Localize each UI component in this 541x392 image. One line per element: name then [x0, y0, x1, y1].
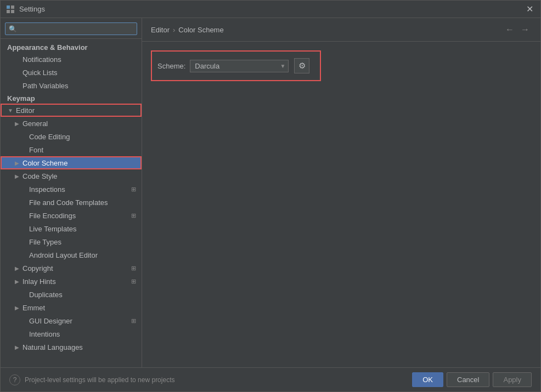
- sidebar: 🔍 Appearance & Behavior Notifications Qu…: [1, 18, 142, 367]
- breadcrumb: Editor › Color Scheme: [151, 26, 224, 34]
- scheme-label: Scheme:: [157, 62, 185, 70]
- expand-arrow-copyright: ▶: [14, 265, 20, 271]
- sidebar-item-color-scheme[interactable]: ▶ Color Scheme: [1, 156, 142, 169]
- close-button[interactable]: ✕: [524, 4, 535, 15]
- sidebar-item-file-encodings[interactable]: File Encodings ⊞: [1, 209, 142, 222]
- sidebar-item-inspections[interactable]: Inspections ⊞: [1, 183, 142, 196]
- expand-arrow-emmet: ▶: [14, 304, 20, 311]
- title-bar: Settings ✕: [1, 1, 540, 18]
- cancel-button[interactable]: Cancel: [447, 372, 489, 387]
- sidebar-item-gui-designer[interactable]: GUI Designer ⊞: [1, 314, 142, 327]
- nav-arrows: ← →: [503, 24, 532, 36]
- dialog-title: Settings: [19, 5, 45, 13]
- scheme-dropdown-wrap: Darcula Default High contrast ▼: [190, 60, 289, 72]
- sidebar-item-copyright[interactable]: ▶ Copyright ⊞: [1, 262, 142, 275]
- panel-header: Editor › Color Scheme ← →: [142, 18, 540, 42]
- search-input[interactable]: [19, 25, 133, 33]
- app-icon: [6, 5, 15, 14]
- sidebar-item-font[interactable]: Font: [1, 143, 142, 156]
- inlay-hints-badge: ⊞: [129, 277, 137, 285]
- sidebar-item-quick-lists[interactable]: Quick Lists: [1, 66, 142, 79]
- svg-rect-2: [7, 10, 10, 13]
- sidebar-item-live-templates[interactable]: Live Templates: [1, 222, 142, 235]
- file-encodings-badge: ⊞: [129, 212, 137, 219]
- copyright-badge: ⊞: [129, 264, 137, 272]
- sidebar-section-keymap: Keymap: [1, 92, 142, 104]
- right-panel: Editor › Color Scheme ← → Scheme: Darcul…: [142, 18, 540, 367]
- scheme-row: Scheme: Darcula Default High contrast ▼ …: [151, 50, 321, 81]
- sidebar-item-path-variables[interactable]: Path Variables: [1, 79, 142, 92]
- sidebar-item-emmet[interactable]: ▶ Emmet: [1, 301, 142, 314]
- search-icon: 🔍: [9, 25, 17, 33]
- sidebar-item-file-types[interactable]: File Types: [1, 235, 142, 248]
- svg-rect-3: [11, 10, 14, 13]
- apply-button[interactable]: Apply: [493, 372, 532, 387]
- breadcrumb-parent: Editor: [151, 26, 170, 34]
- inspections-badge: ⊞: [129, 185, 137, 193]
- expand-arrow-color-scheme: ▶: [14, 160, 20, 166]
- scheme-select[interactable]: Darcula Default High contrast: [190, 60, 289, 72]
- sidebar-item-inlay-hints[interactable]: ▶ Inlay Hints ⊞: [1, 275, 142, 288]
- expand-arrow-general: ▶: [14, 120, 20, 127]
- expand-arrow-natural-languages: ▶: [14, 344, 20, 350]
- expand-arrow-editor: ▼: [7, 107, 14, 113]
- main-content: 🔍 Appearance & Behavior Notifications Qu…: [1, 18, 540, 367]
- expand-arrow-code-style: ▶: [14, 173, 20, 179]
- sidebar-item-natural-languages[interactable]: ▶ Natural Languages: [1, 340, 142, 354]
- sidebar-tree: Appearance & Behavior Notifications Quic…: [1, 39, 142, 367]
- nav-back-button[interactable]: ←: [503, 24, 516, 36]
- svg-rect-0: [7, 5, 10, 9]
- expand-arrow-inlay-hints: ▶: [14, 278, 20, 285]
- settings-dialog: Settings ✕ 🔍 Appearance & Behavior Notif…: [0, 0, 541, 392]
- title-bar-left: Settings: [6, 5, 45, 14]
- sidebar-item-notifications[interactable]: Notifications: [1, 53, 142, 66]
- sidebar-item-duplicates[interactable]: Duplicates: [1, 288, 142, 301]
- sidebar-item-general[interactable]: ▶ General: [1, 117, 142, 130]
- sidebar-section-appearance: Appearance & Behavior: [1, 41, 142, 53]
- footer-buttons: OK Cancel Apply: [412, 372, 532, 387]
- breadcrumb-sep: ›: [173, 26, 175, 34]
- sidebar-item-file-code-templates[interactable]: File and Code Templates: [1, 196, 142, 209]
- sidebar-item-intentions[interactable]: Intentions: [1, 327, 142, 340]
- sidebar-item-editor[interactable]: ▼ Editor: [1, 104, 142, 117]
- ok-button[interactable]: OK: [412, 372, 443, 387]
- gui-designer-badge: ⊞: [129, 317, 137, 325]
- sidebar-item-code-style[interactable]: ▶ Code Style: [1, 169, 142, 183]
- footer-left: ? Project-level settings will be applied…: [9, 374, 174, 385]
- footer-message: Project-level settings will be applied t…: [25, 376, 174, 384]
- search-wrap[interactable]: 🔍: [5, 22, 137, 35]
- nav-forward-button[interactable]: →: [519, 24, 532, 36]
- svg-rect-1: [11, 5, 14, 9]
- search-box: 🔍: [1, 18, 142, 39]
- breadcrumb-current: Color Scheme: [178, 26, 223, 34]
- sidebar-item-android-layout-editor[interactable]: Android Layout Editor: [1, 248, 142, 262]
- sidebar-item-code-editing[interactable]: Code Editing: [1, 130, 142, 143]
- footer: ? Project-level settings will be applied…: [1, 367, 540, 391]
- help-button[interactable]: ?: [9, 374, 20, 385]
- panel-body: Scheme: Darcula Default High contrast ▼ …: [142, 42, 540, 367]
- scheme-gear-button[interactable]: ⚙: [294, 58, 309, 73]
